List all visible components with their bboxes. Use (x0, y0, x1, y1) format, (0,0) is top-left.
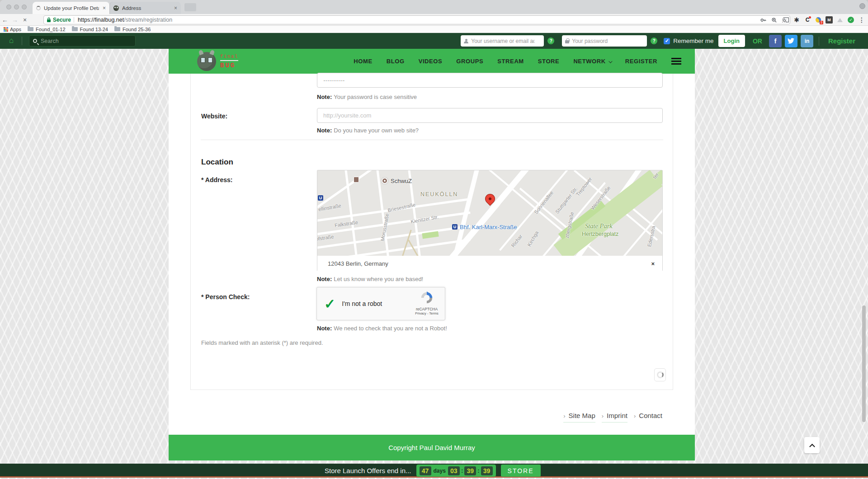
countdown-seconds: 39 (481, 466, 493, 475)
new-tab-button[interactable] (184, 3, 196, 11)
bookmark-folder-3[interactable]: Found 25-36 (114, 27, 151, 32)
nav-item-videos[interactable]: VIDEOS (419, 58, 443, 65)
extension-c-icon[interactable]: C (804, 16, 811, 23)
bookmark-folder-2[interactable]: Found 13-24 (72, 27, 108, 32)
store-button[interactable]: STORE (501, 465, 541, 477)
nav-item-network[interactable]: NETWORK (573, 58, 611, 65)
stop-reload-button[interactable]: × (20, 16, 30, 23)
form-card: Note:Your password is case sensitive Web… (190, 74, 673, 390)
recaptcha-privacy-terms[interactable]: Privacy - Terms (413, 311, 440, 315)
header-divider (22, 37, 22, 45)
tab-profile-details[interactable]: Update your Profile Details... × (33, 2, 109, 14)
footer-link-imprint[interactable]: › Imprint (602, 412, 627, 423)
copyright-text: Copyright Paul David Murray (388, 444, 475, 451)
tab-close-icon[interactable]: × (174, 5, 177, 11)
recaptcha-label: I'm not a robot (342, 300, 382, 307)
zoom-window-button[interactable] (22, 5, 27, 9)
scroll-to-top-button[interactable] (804, 437, 820, 453)
ubahn-icon[interactable]: U (318, 195, 323, 201)
loading-indicator (654, 368, 666, 381)
website-label: Website: (201, 113, 227, 120)
lock-icon (565, 40, 569, 43)
login-password-field[interactable] (562, 35, 647, 47)
recaptcha-widget[interactable]: ✓ I'm not a robot reCAPTCHA Privacy - Te… (316, 287, 445, 320)
hamburger-menu-icon[interactable] (671, 58, 681, 65)
search-input[interactable] (41, 38, 122, 44)
extension-bulb-icon[interactable]: 3 (815, 16, 822, 23)
nav-item-register[interactable]: REGISTER (625, 58, 657, 65)
tab-close-icon[interactable]: × (103, 5, 106, 11)
note-label: Note: (317, 325, 332, 332)
bookmark-folder-1[interactable]: Found_01-12 (28, 27, 65, 32)
note-text: Do you have your own web site? (334, 127, 419, 134)
nav-item-groups[interactable]: GROUPS (456, 58, 483, 65)
footer-link-sitemap[interactable]: › Site Map (563, 412, 595, 423)
username-input[interactable] (471, 38, 534, 44)
extension-splat-icon[interactable]: ✱ (793, 16, 800, 23)
bookmark-label: Apps (10, 27, 21, 32)
username-help-icon[interactable]: ? (547, 38, 554, 44)
bookmark-label: Found 13-24 (80, 27, 108, 32)
website-input[interactable] (317, 108, 663, 123)
clear-address-icon[interactable]: × (651, 260, 655, 267)
site-logo[interactable]: final BUG (197, 52, 238, 71)
profile-icon[interactable] (859, 3, 865, 9)
password-help-icon[interactable]: ? (651, 38, 657, 44)
home-icon[interactable]: ⌂ (9, 37, 14, 45)
map-label-hertzbergplatz: Hertzbergplatz (582, 231, 618, 237)
copyright-bar: Copyright Paul David Murray (169, 435, 695, 460)
lock-icon (47, 17, 51, 23)
remember-me-checkbox[interactable]: ✓ (664, 38, 670, 44)
tab-title: Update your Profile Details... (44, 5, 99, 11)
close-window-button[interactable] (6, 5, 11, 9)
extension-check-icon[interactable]: ✓ (847, 16, 854, 23)
bookmark-apps[interactable]: Apps (4, 27, 21, 32)
map-label-falkstrasse: Falkstraße (334, 219, 358, 228)
google-map[interactable]: SchwuZ NEUKÖLLN U ellinstraße Briesestra… (317, 170, 662, 256)
search-icon (33, 39, 37, 43)
poi-circle-icon[interactable] (382, 178, 388, 184)
page-viewport: ⌂ ? ? ✓ Remember me Login (0, 33, 868, 479)
extension-faded-icon[interactable] (836, 16, 844, 23)
tab-address[interactable]: Address × (109, 2, 181, 14)
address-value-row[interactable]: 12043 Berlin, Germany × (317, 256, 662, 271)
login-username-field[interactable] (461, 35, 544, 47)
ubahn-station-icon[interactable]: U (452, 224, 458, 230)
apps-grid-icon (4, 27, 8, 31)
person-check-note: Note:We need to check that you are not a… (317, 325, 447, 332)
password-input[interactable] (572, 38, 635, 44)
footer-link-label: Site Map (569, 412, 595, 419)
nav-item-store[interactable]: STORE (538, 58, 560, 65)
poi-house-icon[interactable] (354, 177, 359, 183)
extension-icons: ✱ C 3 M ✓ ⋮ (782, 14, 865, 26)
key-icon[interactable] (760, 17, 767, 23)
user-icon (464, 39, 468, 43)
twitter-button[interactable] (785, 35, 797, 47)
store-countdown-bar: Store Launch Offers end in... 47 days 03… (0, 464, 868, 478)
logo-text-bottom: BUG (220, 62, 238, 69)
minimize-window-button[interactable] (14, 5, 19, 9)
linkedin-button[interactable]: in (801, 35, 813, 47)
recaptcha-logo: reCAPTCHA Privacy - Terms (413, 291, 440, 315)
cast-icon[interactable] (782, 17, 789, 23)
extension-m-icon[interactable]: M (826, 16, 833, 23)
tab-title: Address (122, 5, 170, 11)
browser-menu-icon[interactable]: ⋮ (858, 16, 865, 23)
section-divider (201, 140, 663, 140)
facebook-button[interactable]: f (769, 35, 782, 47)
login-button[interactable]: Login (718, 35, 745, 47)
nav-item-blog[interactable]: BLOG (387, 58, 405, 65)
zoom-icon[interactable] (771, 17, 778, 23)
map-label-pfstrasse: pfstraße (317, 234, 334, 242)
site-search[interactable] (29, 35, 136, 47)
register-link[interactable]: Register (828, 37, 855, 45)
nav-item-stream[interactable]: STREAM (497, 58, 524, 65)
address-bar[interactable]: Secure https://finalbug.net /stream/regi… (43, 15, 790, 24)
back-button[interactable]: ← (0, 16, 10, 23)
profile-password-input[interactable] (317, 73, 663, 88)
note-label: Note: (317, 127, 332, 134)
page-scrollbar[interactable] (862, 305, 866, 422)
nav-item-home[interactable]: HOME (354, 58, 372, 65)
tab-bar: Update your Profile Details... × Address… (0, 0, 868, 14)
footer-link-contact[interactable]: › Contact (634, 412, 662, 423)
